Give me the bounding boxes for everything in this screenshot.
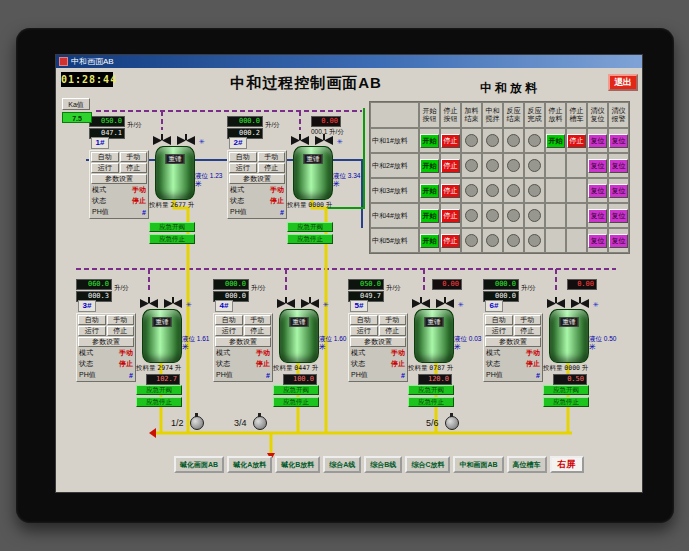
params-button[interactable]: 参数设置 bbox=[485, 337, 541, 347]
table-cell bbox=[482, 228, 503, 253]
exit-button[interactable]: 退出 bbox=[608, 74, 638, 91]
run-button[interactable]: 运行 bbox=[229, 163, 257, 173]
stop-button[interactable]: 停止 bbox=[120, 163, 148, 173]
start-button[interactable]: 开始 bbox=[420, 159, 439, 173]
params-button[interactable]: 参数设置 bbox=[229, 174, 285, 184]
run-button[interactable]: 运行 bbox=[78, 326, 106, 336]
stop-button[interactable]: 停止 bbox=[107, 326, 135, 336]
stop-button[interactable]: 停止 bbox=[441, 134, 460, 148]
params-button[interactable]: 参数设置 bbox=[91, 174, 147, 184]
table-column-header: 反应完成 bbox=[524, 102, 545, 128]
table-cell: 停止 bbox=[440, 178, 461, 203]
tank-gauge-tag: 重锤 bbox=[560, 317, 579, 327]
manual-button[interactable]: 手动 bbox=[244, 315, 272, 325]
nav-button-8[interactable]: 右屏 bbox=[550, 456, 584, 473]
reset-button[interactable]: 复位 bbox=[609, 209, 628, 223]
emergency-stop-button[interactable]: 应急停止 bbox=[273, 397, 319, 407]
mode-label: 模式 bbox=[351, 348, 365, 358]
start-button[interactable]: 开始 bbox=[420, 184, 439, 198]
reset-button[interactable]: 复位 bbox=[588, 159, 607, 173]
run-button[interactable]: 运行 bbox=[215, 326, 243, 336]
nav-button-4[interactable]: 综合B线 bbox=[364, 456, 402, 473]
state-label: 状态 bbox=[230, 196, 244, 206]
tank-id-badge: 5# bbox=[350, 300, 368, 312]
nav-button-7[interactable]: 高位槽车 bbox=[507, 456, 547, 473]
emergency-open-button[interactable]: 应急开阀 bbox=[543, 385, 589, 395]
stop-button[interactable]: 停止 bbox=[244, 326, 272, 336]
emergency-open-button[interactable]: 应急开阀 bbox=[273, 385, 319, 395]
state-row: 状态 停止 bbox=[229, 196, 285, 206]
state-value: 停止 bbox=[119, 359, 133, 369]
auto-button[interactable]: 自动 bbox=[350, 315, 378, 325]
tank-control-panel: 自动 手动 运行 停止 参数设置 模式 手动 状态 停止 PH值 # bbox=[227, 150, 287, 219]
auto-button[interactable]: 自动 bbox=[229, 152, 257, 162]
manual-button[interactable]: 手动 bbox=[258, 152, 286, 162]
stop-button[interactable]: 停止 bbox=[258, 163, 286, 173]
level-readout: 液位 1.60 米 bbox=[319, 335, 351, 351]
feed-value: 2677 bbox=[170, 201, 186, 209]
auto-button[interactable]: 自动 bbox=[91, 152, 119, 162]
level-label: 液位 bbox=[589, 335, 602, 342]
emergency-stop-button[interactable]: 应急停止 bbox=[408, 397, 454, 407]
params-button[interactable]: 参数设置 bbox=[215, 337, 271, 347]
tank-gauge-tag: 重锤 bbox=[304, 154, 323, 164]
stop-button[interactable]: 停止 bbox=[567, 134, 586, 148]
level-value: 0.50 bbox=[604, 335, 617, 342]
reset-button[interactable]: 复位 bbox=[609, 159, 628, 173]
emergency-open-button[interactable]: 应急开阀 bbox=[136, 385, 182, 395]
stop-button[interactable]: 停止 bbox=[441, 184, 460, 198]
emergency-open-button[interactable]: 应急开阀 bbox=[149, 222, 195, 232]
start-button[interactable]: 开始 bbox=[420, 134, 439, 148]
emergency-stop-button[interactable]: 应急停止 bbox=[149, 234, 195, 244]
ka-button[interactable]: Ka值 bbox=[62, 98, 90, 110]
table-row-label: 中和2#放料 bbox=[370, 153, 419, 178]
nav-button-6[interactable]: 中和画面AB bbox=[453, 456, 503, 473]
emergency-stop-button[interactable]: 应急停止 bbox=[287, 234, 333, 244]
stop-button[interactable]: 停止 bbox=[514, 326, 542, 336]
start-button[interactable]: 开始 bbox=[546, 134, 565, 148]
emergency-stop-button[interactable]: 应急停止 bbox=[543, 397, 589, 407]
reset-button[interactable]: 复位 bbox=[588, 234, 607, 248]
stop-button[interactable]: 停止 bbox=[441, 234, 460, 248]
reset-button[interactable]: 复位 bbox=[609, 134, 628, 148]
start-button[interactable]: 开始 bbox=[420, 209, 439, 223]
params-button[interactable]: 参数设置 bbox=[350, 337, 406, 347]
stop-button[interactable]: 停止 bbox=[379, 326, 407, 336]
auto-button[interactable]: 自动 bbox=[78, 315, 106, 325]
reset-button[interactable]: 复位 bbox=[588, 134, 607, 148]
nav-button-5[interactable]: 综合C放料 bbox=[405, 456, 450, 473]
manual-button[interactable]: 手动 bbox=[514, 315, 542, 325]
table-column-header: 停止按钮 bbox=[440, 102, 461, 128]
run-button[interactable]: 运行 bbox=[350, 326, 378, 336]
nav-button-2[interactable]: 碱化B放料 bbox=[275, 456, 320, 473]
table-cell: 开始 bbox=[419, 128, 440, 153]
weight-display: 100.0 bbox=[283, 374, 317, 385]
stop-button[interactable]: 停止 bbox=[441, 209, 460, 223]
table-cell bbox=[524, 203, 545, 228]
params-button[interactable]: 参数设置 bbox=[78, 337, 134, 347]
tank-graphic: 重锤 bbox=[414, 309, 454, 363]
manual-button[interactable]: 手动 bbox=[107, 315, 135, 325]
nav-button-1[interactable]: 碱化A放料 bbox=[227, 456, 272, 473]
auto-button[interactable]: 自动 bbox=[215, 315, 243, 325]
reset-button[interactable]: 复位 bbox=[588, 209, 607, 223]
stop-button[interactable]: 停止 bbox=[441, 159, 460, 173]
hmi-screen: 中和画面AB 01:28:44 Ka值 7.5 中和过程控制画面AB 中和放料 … bbox=[55, 54, 643, 493]
auto-button[interactable]: 自动 bbox=[485, 315, 513, 325]
emergency-stop-button[interactable]: 应急停止 bbox=[136, 397, 182, 407]
ph-label: PH值 bbox=[216, 370, 233, 380]
start-button[interactable]: 开始 bbox=[420, 234, 439, 248]
manual-button[interactable]: 手动 bbox=[379, 315, 407, 325]
status-indicator bbox=[486, 134, 499, 147]
manual-button[interactable]: 手动 bbox=[120, 152, 148, 162]
emergency-open-button[interactable]: 应急开阀 bbox=[287, 222, 333, 232]
nav-button-0[interactable]: 碱化画面AB bbox=[174, 456, 224, 473]
emergency-open-button[interactable]: 应急开阀 bbox=[408, 385, 454, 395]
nav-button-3[interactable]: 综合A线 bbox=[323, 456, 361, 473]
run-button[interactable]: 运行 bbox=[91, 163, 119, 173]
reset-button[interactable]: 复位 bbox=[609, 184, 628, 198]
run-button[interactable]: 运行 bbox=[485, 326, 513, 336]
reset-button[interactable]: 复位 bbox=[588, 184, 607, 198]
window-icon bbox=[59, 57, 68, 66]
reset-button[interactable]: 复位 bbox=[609, 234, 628, 248]
